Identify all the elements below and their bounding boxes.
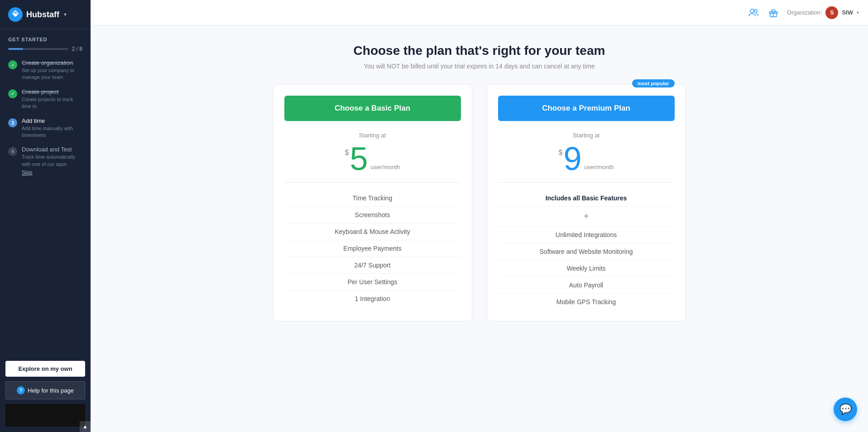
basic-feature-1: Time Tracking bbox=[284, 190, 461, 207]
page-title: Choose the plan that's right for your te… bbox=[118, 44, 841, 58]
premium-price-number: 9 bbox=[563, 142, 581, 175]
sidebar-steps-scroll: ✓ Create organization Set up your compan… bbox=[0, 56, 91, 355]
chat-bubble-button[interactable]: 💬 bbox=[834, 398, 857, 421]
help-for-this-page-button[interactable]: ? Help for this page bbox=[5, 381, 85, 399]
progress-bar-fill bbox=[8, 48, 23, 50]
step-1-icon: ✓ bbox=[8, 60, 17, 69]
step-2-desc: Create projects to track time to bbox=[22, 96, 82, 110]
step-2-content: Create project Create projects to track … bbox=[22, 88, 82, 110]
step-3-desc: Add time manually with timesheets bbox=[22, 125, 82, 139]
org-avatar: S bbox=[825, 6, 838, 19]
choose-basic-plan-button[interactable]: Choose a Basic Plan bbox=[284, 96, 461, 121]
basic-feature-6: Per User Settings bbox=[284, 274, 461, 291]
org-name: SIW bbox=[842, 9, 853, 16]
team-icon[interactable] bbox=[747, 6, 760, 19]
help-btn-label: Help for this page bbox=[28, 387, 74, 394]
basic-feature-4: Employee Payments bbox=[284, 240, 461, 257]
step-4-desc: Track time automatically with one of our… bbox=[22, 154, 82, 168]
progress-bar-track bbox=[8, 48, 68, 50]
basic-price-display: $ 5 user/month bbox=[284, 142, 461, 175]
step-2: ✓ Create project Create projects to trac… bbox=[0, 85, 91, 114]
basic-price-dollar: $ bbox=[345, 149, 349, 157]
help-icon: ? bbox=[17, 386, 25, 394]
premium-feature-1: Unlimited Integrations bbox=[498, 227, 675, 243]
main-area: Organization: S SIW ▾ Choose the plan th… bbox=[91, 0, 868, 432]
basic-feature-list: Time Tracking Screenshots Keyboard & Mou… bbox=[284, 190, 461, 307]
sidebar-dark-box bbox=[5, 404, 85, 427]
step-4[interactable]: 4 Download and Test Track time automatic… bbox=[0, 142, 91, 180]
step-4-content: Download and Test Track time automatical… bbox=[22, 146, 82, 176]
premium-includes-label: Includes all Basic Features bbox=[498, 190, 675, 207]
plans-container: Choose a Basic Plan Starting at $ 5 user… bbox=[253, 84, 706, 321]
step-2-icon: ✓ bbox=[8, 89, 17, 98]
chat-bubble-icon: 💬 bbox=[839, 403, 852, 415]
premium-plan-card: most popular Choose a Premium Plan Start… bbox=[487, 84, 686, 321]
step-3-title: Add time bbox=[22, 117, 82, 124]
top-navigation: Organization: S SIW ▾ bbox=[91, 0, 868, 25]
premium-plus-symbol: + bbox=[498, 207, 675, 227]
premium-price-dollar: $ bbox=[559, 149, 563, 157]
step-3-icon: 3 bbox=[8, 118, 17, 127]
premium-price-per: user/month bbox=[584, 164, 614, 170]
app-name: Hubstaff bbox=[26, 10, 59, 19]
step-1: ✓ Create organization Set up your compan… bbox=[0, 56, 91, 85]
svg-point-3 bbox=[750, 9, 754, 13]
basic-feature-3: Keyboard & Mouse Activity bbox=[284, 223, 461, 240]
svg-point-2 bbox=[14, 13, 17, 16]
most-popular-badge: most popular bbox=[632, 79, 675, 87]
step-4-title: Download and Test bbox=[22, 146, 82, 153]
premium-starting-at: Starting at bbox=[498, 132, 675, 139]
choose-premium-plan-button[interactable]: Choose a Premium Plan bbox=[498, 96, 675, 121]
basic-starting-at: Starting at bbox=[284, 132, 461, 139]
premium-feature-2: Software and Website Monitoring bbox=[498, 243, 675, 260]
sidebar-logo[interactable]: Hubstaff ▾ bbox=[0, 0, 91, 29]
sidebar-scroll-up-button[interactable]: ▲ bbox=[80, 421, 91, 432]
step-4-skip[interactable]: Skip bbox=[22, 170, 82, 176]
premium-feature-3: Weekly Limits bbox=[498, 260, 675, 277]
step-1-content: Create organization Set up your company … bbox=[22, 59, 82, 81]
step-2-title: Create project bbox=[22, 88, 82, 95]
step-3-content: Add time Add time manually with timeshee… bbox=[22, 117, 82, 139]
svg-point-4 bbox=[754, 10, 757, 12]
premium-feature-list: Includes all Basic Features + Unlimited … bbox=[498, 190, 675, 310]
page-content: Choose the plan that's right for your te… bbox=[91, 25, 868, 432]
gift-icon[interactable] bbox=[767, 6, 780, 19]
sidebar-bottom: Explore on my own ? Help for this page bbox=[0, 355, 91, 432]
step-1-desc: Set up your company to manage your team bbox=[22, 67, 82, 81]
basic-price-number: 5 bbox=[350, 142, 368, 175]
progress-bar-container: 2 / 8 bbox=[0, 44, 91, 56]
progress-fraction: 2 / 8 bbox=[72, 46, 82, 52]
basic-feature-7: 1 Integration bbox=[284, 291, 461, 307]
page-subtitle: You will NOT be billed until your trial … bbox=[118, 63, 841, 70]
step-4-icon: 4 bbox=[8, 147, 17, 156]
hubstaff-logo-icon bbox=[8, 7, 23, 22]
logo-dropdown-arrow: ▾ bbox=[64, 11, 67, 18]
explore-on-my-own-button[interactable]: Explore on my own bbox=[5, 361, 85, 377]
sidebar: Hubstaff ▾ GET STARTED 2 / 8 ✓ Create or… bbox=[0, 0, 91, 432]
premium-feature-5: Mobile GPS Tracking bbox=[498, 294, 675, 310]
org-label: Organization: bbox=[787, 9, 822, 16]
page-header: Choose the plan that's right for your te… bbox=[118, 44, 841, 70]
step-3[interactable]: 3 Add time Add time manually with timesh… bbox=[0, 114, 91, 143]
basic-divider bbox=[284, 182, 461, 183]
basic-plan-card: Choose a Basic Plan Starting at $ 5 user… bbox=[273, 84, 472, 321]
sidebar-top-divider bbox=[0, 29, 91, 29]
basic-feature-5: 24/7 Support bbox=[284, 257, 461, 274]
premium-divider bbox=[498, 182, 675, 183]
basic-feature-2: Screenshots bbox=[284, 207, 461, 223]
get-started-label: GET STARTED bbox=[0, 33, 91, 44]
step-1-title: Create organization bbox=[22, 59, 82, 66]
org-dropdown-arrow: ▾ bbox=[857, 10, 859, 15]
premium-feature-4: Auto Payroll bbox=[498, 277, 675, 294]
organization-selector[interactable]: Organization: S SIW ▾ bbox=[787, 6, 859, 19]
basic-price-per: user/month bbox=[370, 164, 400, 170]
premium-price-display: $ 9 user/month bbox=[498, 142, 675, 175]
